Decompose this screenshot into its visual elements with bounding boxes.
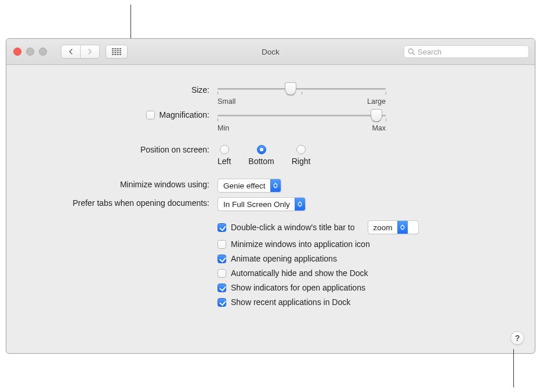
position-radio-label: Right [292,157,311,166]
svg-rect-6 [117,50,119,51]
doubleclick-checkbox[interactable] [218,223,226,232]
svg-rect-2 [117,48,119,49]
size-label: Size: [6,84,209,95]
doubleclick-action-value: zoom [368,223,397,232]
option-label: Animate opening applications [231,254,337,263]
svg-rect-1 [114,48,116,49]
magnification-slider[interactable]: Min Max [218,110,386,132]
preferences-content: Size: Small Large [6,65,535,353]
svg-rect-0 [112,48,114,49]
show-all-button[interactable] [106,45,128,59]
position-radio-bottom[interactable]: Bottom [248,145,274,166]
doubleclick-action-popup[interactable]: zoom [368,220,419,234]
stepper-arrows-icon [295,198,305,210]
option-row: Show indicators for open applications [218,283,535,292]
callout-line-top [131,5,131,38]
callout-line-bottom [513,349,514,387]
svg-rect-13 [114,54,116,55]
svg-rect-14 [117,54,119,55]
option-checkbox[interactable] [218,298,226,307]
svg-rect-3 [119,48,121,49]
magnification-min-label: Min [218,124,229,132]
position-label: Position on screen: [6,145,209,154]
magnification-label: Magnification: [160,110,209,119]
svg-rect-5 [114,50,116,51]
svg-line-17 [412,53,414,55]
minimize-effect-value: Genie effect [218,182,270,190]
option-label: Show indicators for open applications [231,283,365,292]
svg-rect-7 [119,50,121,51]
option-row: Show recent applications in Dock [218,297,535,307]
magnification-slider-knob[interactable] [371,109,382,122]
chevron-right-icon [88,49,92,55]
doubleclick-label: Double-click a window's title bar to [231,223,355,232]
search-input[interactable]: Search [404,45,529,58]
radio-icon [220,145,229,154]
svg-rect-8 [112,52,114,53]
grid-icon [112,48,121,55]
position-radio-left[interactable]: Left [218,145,231,166]
radio-icon [296,145,306,154]
search-icon [408,48,415,56]
prefer-tabs-popup[interactable]: In Full Screen Only [218,197,306,211]
nav-back-forward [61,45,100,59]
option-row: Animate opening applications [218,254,535,263]
svg-rect-4 [112,50,114,51]
forward-button[interactable] [81,45,100,59]
search-placeholder: Search [418,48,441,56]
minimize-button[interactable] [26,48,34,56]
position-radio-label: Bottom [248,157,274,166]
help-icon: ? [515,333,520,343]
window-toolbar: Dock Search [6,39,535,65]
option-label: Minimize windows into application icon [231,239,370,249]
option-label: Show recent applications in Dock [231,297,350,307]
stepper-arrows-icon [397,221,408,234]
option-checkbox[interactable] [218,269,226,278]
position-radio-label: Left [218,157,231,166]
help-button[interactable]: ? [510,331,524,345]
back-button[interactable] [61,45,81,59]
svg-rect-15 [119,54,121,55]
position-radio-group: LeftBottomRight [218,145,535,166]
radio-icon [257,145,266,154]
option-checkbox[interactable] [218,284,226,292]
size-slider[interactable]: Small Large [218,84,386,106]
window-controls [6,48,47,56]
minimize-using-label: Minimize windows using: [6,179,209,189]
minimize-effect-popup[interactable]: Genie effect [218,179,281,193]
option-row: Automatically hide and show the Dock [218,268,535,278]
close-button[interactable] [13,48,21,56]
svg-rect-10 [117,52,119,53]
magnification-checkbox[interactable] [146,111,155,119]
magnification-max-label: Max [372,124,386,132]
size-max-label: Large [367,97,386,106]
option-checkbox[interactable] [218,255,226,263]
size-slider-knob[interactable] [285,82,296,95]
prefer-tabs-value: In Full Screen Only [218,200,295,209]
prefer-tabs-label: Prefer tabs when opening documents: [6,197,209,208]
zoom-button[interactable] [39,48,47,56]
svg-rect-9 [114,52,116,53]
position-radio-right[interactable]: Right [292,145,311,166]
option-label: Automatically hide and show the Dock [231,268,368,278]
svg-rect-11 [119,52,121,53]
stepper-arrows-icon [270,179,281,192]
option-checkbox[interactable] [218,240,226,249]
chevron-left-icon [68,49,73,55]
size-min-label: Small [218,97,235,106]
svg-rect-12 [112,54,114,55]
preferences-window: Dock Search Size: [6,38,535,354]
option-row: Minimize windows into application icon [218,239,535,249]
